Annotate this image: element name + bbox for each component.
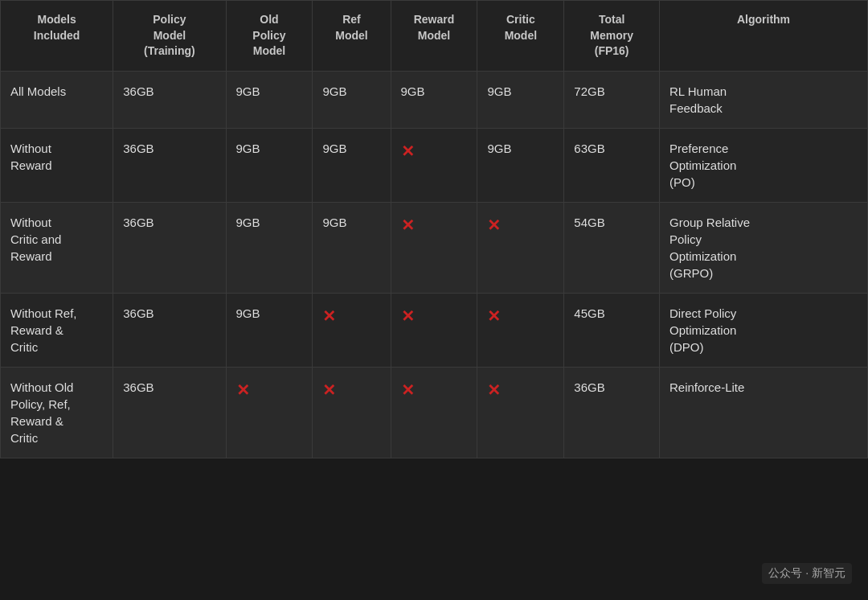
cell-policy: 36GB: [113, 202, 226, 293]
cell-policy: 36GB: [113, 367, 226, 458]
cell-policy: 36GB: [113, 71, 226, 128]
cell-models: Without OldPolicy, Ref,Reward &Critic: [1, 367, 113, 458]
cell-reward: ✕: [391, 367, 477, 458]
cross-icon: ✕: [401, 379, 415, 401]
header-old-policy: OldPolicyModel: [226, 1, 313, 72]
cross-icon: ✕: [322, 305, 336, 327]
cell-models: Without Ref,Reward &Critic: [1, 293, 113, 367]
cross-icon: ✕: [401, 140, 415, 162]
table-row: Without Ref,Reward &Critic36GB9GB✕✕✕45GB…: [1, 293, 868, 367]
cell-policy: 36GB: [113, 128, 226, 202]
cell-memory: 54GB: [564, 202, 660, 293]
table-row: WithoutReward36GB9GB9GB✕9GB63GBPreferenc…: [1, 128, 868, 202]
cell-critic: ✕: [477, 202, 564, 293]
header-critic: CriticModel: [477, 1, 564, 72]
cross-icon: ✕: [401, 214, 415, 236]
header-memory: TotalMemory(FP16): [564, 1, 660, 72]
cell-ref: 9GB: [313, 128, 391, 202]
cross-icon: ✕: [487, 305, 501, 327]
cell-old_policy: 9GB: [226, 202, 313, 293]
cell-algorithm: PreferenceOptimization(PO): [660, 128, 868, 202]
cell-reward: ✕: [391, 202, 477, 293]
cell-ref: ✕: [313, 367, 391, 458]
cell-old_policy: 9GB: [226, 71, 313, 128]
cell-old_policy: ✕: [226, 367, 313, 458]
watermark: 公众号 · 新智元: [762, 563, 852, 584]
cross-icon: ✕: [401, 305, 415, 327]
cell-models: WithoutCritic andReward: [1, 202, 113, 293]
cell-critic: ✕: [477, 367, 564, 458]
cell-reward: 9GB: [391, 71, 477, 128]
cross-icon: ✕: [487, 214, 501, 236]
cell-memory: 72GB: [564, 71, 660, 128]
header-policy: PolicyModel(Training): [113, 1, 226, 72]
cell-algorithm: RL HumanFeedback: [660, 71, 868, 128]
cell-models: All Models: [1, 71, 113, 128]
cell-ref: ✕: [313, 293, 391, 367]
cell-old_policy: 9GB: [226, 293, 313, 367]
cell-policy: 36GB: [113, 293, 226, 367]
table-row: WithoutCritic andReward36GB9GB9GB✕✕54GBG…: [1, 202, 868, 293]
table-row: Without OldPolicy, Ref,Reward &Critic36G…: [1, 367, 868, 458]
cell-algorithm: Reinforce-Lite: [660, 367, 868, 458]
table-row: All Models36GB9GB9GB9GB9GB72GBRL HumanFe…: [1, 71, 868, 128]
cell-ref: 9GB: [313, 202, 391, 293]
cell-algorithm: Group RelativePolicyOptimization(GRPO): [660, 202, 868, 293]
cell-memory: 45GB: [564, 293, 660, 367]
cell-critic: 9GB: [477, 71, 564, 128]
cell-old_policy: 9GB: [226, 128, 313, 202]
cell-critic: ✕: [477, 293, 564, 367]
comparison-table: ModelsIncluded PolicyModel(Training) Old…: [0, 0, 868, 458]
cell-ref: 9GB: [313, 71, 391, 128]
header-models: ModelsIncluded: [1, 1, 113, 72]
cell-memory: 36GB: [564, 367, 660, 458]
cross-icon: ✕: [487, 379, 501, 401]
header-reward: RewardModel: [391, 1, 477, 72]
main-table-container: ModelsIncluded PolicyModel(Training) Old…: [0, 0, 868, 458]
cell-memory: 63GB: [564, 128, 660, 202]
cross-icon: ✕: [236, 379, 250, 401]
cell-critic: 9GB: [477, 128, 564, 202]
table-header-row: ModelsIncluded PolicyModel(Training) Old…: [1, 1, 868, 72]
cell-reward: ✕: [391, 293, 477, 367]
cell-models: WithoutReward: [1, 128, 113, 202]
cell-reward: ✕: [391, 128, 477, 202]
cell-algorithm: Direct PolicyOptimization(DPO): [660, 293, 868, 367]
cross-icon: ✕: [322, 379, 336, 401]
header-algorithm: Algorithm: [660, 1, 868, 72]
header-ref: RefModel: [313, 1, 391, 72]
